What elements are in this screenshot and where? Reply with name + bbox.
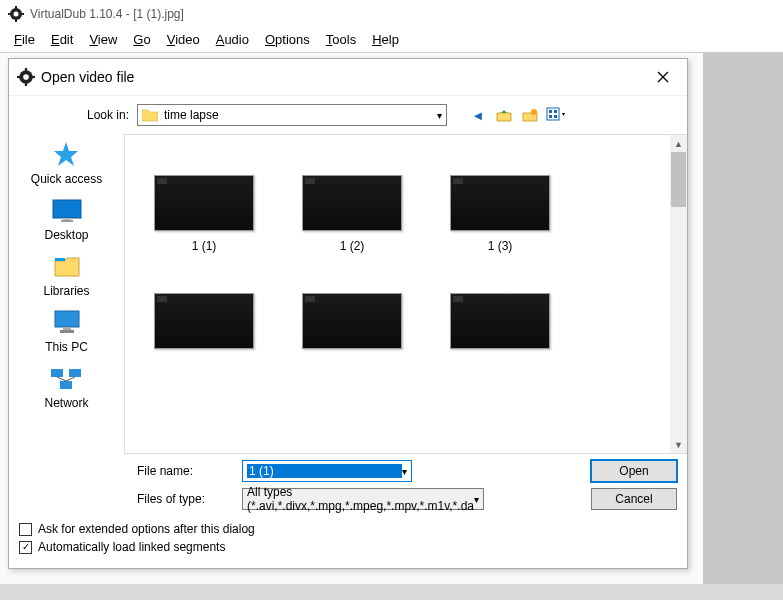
look-in-label: Look in:: [19, 108, 129, 122]
up-folder-icon: [496, 107, 512, 123]
place-label: Desktop: [44, 228, 88, 242]
svg-rect-15: [547, 108, 559, 120]
checkbox-icon: [19, 523, 32, 536]
scroll-up-icon[interactable]: ▲: [670, 135, 687, 152]
menu-go[interactable]: Go: [125, 30, 158, 49]
app-titlebar: VirtualDub 1.10.4 - [1 (1).jpg]: [0, 0, 783, 28]
file-item[interactable]: [287, 293, 417, 357]
folder-icon: [142, 108, 158, 122]
menu-video[interactable]: Video: [159, 30, 208, 49]
place-label: This PC: [45, 340, 88, 354]
views-menu-icon: [546, 107, 566, 123]
dialog-bottom: File name: 1 (1) ▾ Open Files of type: A…: [9, 454, 687, 518]
filetype-value: All types (*.avi,*.divx,*.mpg,*.mpeg,*.m…: [247, 485, 474, 513]
svg-rect-8: [25, 68, 27, 71]
menu-options[interactable]: Options: [257, 30, 318, 49]
svg-rect-4: [8, 13, 11, 15]
svg-rect-10: [17, 76, 20, 78]
file-thumbnail-icon: [154, 175, 254, 231]
scroll-thumb[interactable]: [671, 152, 686, 207]
app-title: VirtualDub 1.10.4 - [1 (1).jpg]: [30, 7, 184, 21]
file-thumbnail-icon: [154, 293, 254, 349]
filetype-label: Files of type:: [137, 492, 232, 506]
chevron-down-icon: ▾: [437, 110, 442, 121]
file-thumbnail-icon: [302, 293, 402, 349]
file-thumbnail-icon: [450, 293, 550, 349]
filename-value: 1 (1): [247, 464, 402, 478]
svg-line-30: [57, 377, 66, 381]
svg-rect-18: [549, 115, 552, 118]
place-label: Quick access: [31, 172, 102, 186]
svg-rect-3: [15, 19, 17, 22]
filename-field[interactable]: 1 (1) ▾: [242, 460, 412, 482]
checkbox-label: Automatically load linked segments: [38, 540, 225, 554]
open-file-dialog: Open video file Look in: time lapse ▾ ◄: [8, 58, 688, 569]
menu-audio[interactable]: Audio: [208, 30, 257, 49]
file-item[interactable]: [139, 293, 269, 357]
file-item[interactable]: 1 (3): [435, 175, 565, 253]
checkbox-checked-icon: ✓: [19, 541, 32, 554]
open-button[interactable]: Open: [591, 460, 677, 482]
file-item[interactable]: [435, 293, 565, 357]
this-pc-icon: [50, 308, 84, 336]
dialog-title: Open video file: [41, 69, 647, 85]
places-bar: Quick access Desktop Libraries This PC: [9, 134, 124, 454]
up-folder-button[interactable]: [493, 104, 515, 126]
network-icon: [49, 364, 83, 392]
look-in-combo[interactable]: time lapse ▾: [137, 104, 447, 126]
menu-help[interactable]: Help: [364, 30, 407, 49]
svg-rect-5: [21, 13, 24, 15]
file-name: 1 (3): [488, 239, 513, 253]
file-item[interactable]: 1 (2): [287, 175, 417, 253]
back-icon: ◄: [472, 108, 485, 123]
dialog-gear-icon: [17, 68, 35, 86]
svg-point-1: [14, 12, 19, 17]
svg-rect-16: [549, 110, 552, 113]
checkbox-label: Ask for extended options after this dial…: [38, 522, 255, 536]
place-quick-access[interactable]: Quick access: [31, 140, 102, 186]
menu-tools[interactable]: Tools: [318, 30, 364, 49]
menu-view[interactable]: View: [81, 30, 125, 49]
filetype-combo[interactable]: All types (*.avi,*.divx,*.mpg,*.mpeg,*.m…: [242, 488, 484, 510]
svg-rect-9: [25, 83, 27, 86]
file-name: 1 (2): [340, 239, 365, 253]
place-network[interactable]: Network: [44, 364, 88, 410]
place-desktop[interactable]: Desktop: [44, 196, 88, 242]
look-in-value: time lapse: [164, 108, 437, 122]
extended-options-checkbox[interactable]: Ask for extended options after this dial…: [19, 522, 677, 536]
place-libraries[interactable]: Libraries: [43, 252, 89, 298]
scrollbar[interactable]: ▲ ▼: [670, 135, 687, 453]
svg-rect-27: [51, 369, 63, 377]
menu-file[interactable]: File: [6, 30, 43, 49]
file-list[interactable]: 1 (1) 1 (2) 1 (3): [124, 134, 687, 454]
libraries-icon: [50, 252, 84, 280]
chevron-down-icon: ▾: [474, 494, 479, 505]
menubar: File Edit View Go Video Audio Options To…: [0, 28, 783, 54]
new-folder-button[interactable]: [519, 104, 541, 126]
svg-line-31: [66, 377, 75, 381]
svg-rect-23: [55, 258, 65, 261]
app-gear-icon: [8, 6, 24, 22]
cancel-button[interactable]: Cancel: [591, 488, 677, 510]
file-thumbnail-icon: [302, 175, 402, 231]
file-item[interactable]: 1 (1): [139, 175, 269, 253]
svg-rect-22: [61, 220, 73, 222]
scroll-down-icon[interactable]: ▼: [670, 436, 687, 453]
svg-rect-26: [60, 330, 74, 333]
svg-point-14: [531, 109, 537, 115]
svg-rect-17: [554, 110, 557, 113]
svg-rect-24: [55, 311, 79, 327]
svg-rect-28: [69, 369, 81, 377]
filename-label: File name:: [137, 464, 232, 478]
close-button[interactable]: [647, 65, 679, 89]
place-label: Network: [44, 396, 88, 410]
views-menu-button[interactable]: [545, 104, 567, 126]
svg-rect-11: [32, 76, 35, 78]
menu-edit[interactable]: Edit: [43, 30, 81, 49]
svg-rect-25: [63, 327, 71, 330]
autoload-segments-checkbox[interactable]: ✓ Automatically load linked segments: [19, 540, 677, 554]
chevron-down-icon: ▾: [402, 466, 407, 477]
back-button[interactable]: ◄: [467, 104, 489, 126]
lookin-toolbar: ◄: [467, 104, 567, 126]
place-this-pc[interactable]: This PC: [45, 308, 88, 354]
